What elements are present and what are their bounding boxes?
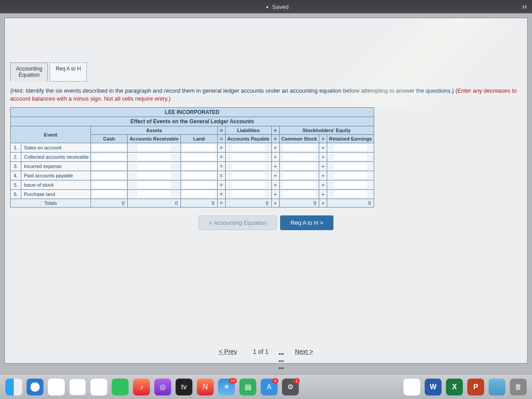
input-ap[interactable] xyxy=(232,145,265,151)
cell-cs[interactable] xyxy=(279,162,319,171)
cell-ap[interactable] xyxy=(225,143,271,153)
input-land[interactable] xyxy=(183,163,215,169)
input-cash[interactable] xyxy=(93,154,125,160)
input-cash[interactable] xyxy=(93,172,125,179)
cell-ar[interactable] xyxy=(128,180,181,190)
cell-cs[interactable] xyxy=(279,180,319,190)
input-cs[interactable] xyxy=(283,154,316,160)
cell-cash[interactable] xyxy=(91,180,128,190)
subnav-prev-button[interactable]: < Accounting Equation xyxy=(199,215,277,230)
cell-re[interactable] xyxy=(327,162,374,171)
dock-downloads-icon[interactable] xyxy=(489,379,505,395)
cell-re[interactable] xyxy=(327,153,374,162)
input-cash[interactable] xyxy=(93,191,125,197)
dock-safari-icon[interactable] xyxy=(27,379,43,395)
tab-accounting-equation[interactable]: Accounting Equation xyxy=(10,63,48,82)
cell-land[interactable] xyxy=(180,171,217,180)
input-ap[interactable] xyxy=(232,163,265,169)
cell-ar[interactable] xyxy=(128,190,181,199)
cell-ap[interactable] xyxy=(225,171,271,180)
input-re[interactable] xyxy=(334,163,367,169)
cell-cash[interactable] xyxy=(91,153,128,162)
dock-excel-icon[interactable]: X xyxy=(446,379,463,395)
dock-news-icon[interactable]: N xyxy=(197,379,214,395)
input-re[interactable] xyxy=(334,154,367,160)
input-ap[interactable] xyxy=(232,182,265,188)
input-land[interactable] xyxy=(183,191,215,197)
input-ar[interactable] xyxy=(137,145,170,151)
row-number: 1. xyxy=(11,143,21,153)
input-ar[interactable] xyxy=(137,182,170,188)
input-land[interactable] xyxy=(183,154,215,160)
input-cash[interactable] xyxy=(93,163,125,169)
cell-land[interactable] xyxy=(180,153,217,162)
input-ar[interactable] xyxy=(137,191,170,197)
cell-cs[interactable] xyxy=(279,190,319,199)
cell-cs[interactable] xyxy=(279,153,319,162)
cell-ar[interactable] xyxy=(128,171,181,180)
input-ar[interactable] xyxy=(137,172,170,179)
cell-re[interactable] xyxy=(327,180,374,190)
input-ap[interactable] xyxy=(232,154,265,160)
input-re[interactable] xyxy=(334,191,367,197)
subnav-next-button[interactable]: Req A to H > xyxy=(280,215,333,230)
input-land[interactable] xyxy=(183,172,215,179)
dock-podcasts-icon[interactable]: ◎ xyxy=(154,379,171,395)
dock-photos-icon[interactable]: ✿ xyxy=(48,379,65,395)
cell-ar[interactable] xyxy=(128,153,181,162)
dock-chrome-icon[interactable]: ◉ xyxy=(403,379,420,395)
cell-ap[interactable] xyxy=(225,190,271,199)
input-ar[interactable] xyxy=(137,163,170,169)
cell-re[interactable] xyxy=(327,143,374,153)
cell-ap[interactable] xyxy=(225,180,271,190)
cell-land[interactable] xyxy=(180,190,217,199)
input-cs[interactable] xyxy=(283,145,316,151)
pager-next[interactable]: Next > xyxy=(295,348,313,355)
input-cs[interactable] xyxy=(283,191,316,197)
dock-finder-icon[interactable] xyxy=(5,379,22,395)
cell-re[interactable] xyxy=(327,190,374,199)
input-ap[interactable] xyxy=(232,172,265,179)
cell-land[interactable] xyxy=(180,162,217,171)
input-cash[interactable] xyxy=(93,182,125,188)
dock-powerpoint-icon[interactable]: P xyxy=(467,379,484,395)
dock-numbers-icon[interactable]: ▤ xyxy=(239,379,256,395)
cell-cash[interactable] xyxy=(91,143,128,153)
input-cs[interactable] xyxy=(283,163,316,169)
dock-appstore-icon[interactable]: A xyxy=(261,379,278,395)
input-ap[interactable] xyxy=(232,191,265,197)
input-land[interactable] xyxy=(183,182,215,188)
cell-ar[interactable] xyxy=(128,162,181,171)
dock-settings-icon[interactable]: ⚙ xyxy=(282,379,299,395)
input-re[interactable] xyxy=(334,172,367,179)
dock-trash-icon[interactable]: 🗑 xyxy=(510,379,527,395)
cell-cash[interactable] xyxy=(91,162,128,171)
input-cs[interactable] xyxy=(283,182,316,188)
input-land[interactable] xyxy=(183,145,215,151)
input-cs[interactable] xyxy=(283,172,316,179)
input-cash[interactable] xyxy=(93,145,125,151)
cell-re[interactable] xyxy=(327,171,374,180)
dock-tv-icon[interactable]: tv xyxy=(176,379,192,395)
cell-cash[interactable] xyxy=(91,190,128,199)
dock-messages-icon[interactable] xyxy=(112,379,129,395)
cell-ap[interactable] xyxy=(225,153,271,162)
cell-cs[interactable] xyxy=(279,171,319,180)
cell-cash[interactable] xyxy=(91,171,128,180)
tab-req-a-to-h[interactable]: Req A to H xyxy=(50,63,86,82)
cell-land[interactable] xyxy=(180,180,217,190)
dock-reminders-icon[interactable] xyxy=(90,379,107,395)
input-re[interactable] xyxy=(334,182,367,188)
cell-ap[interactable] xyxy=(225,162,271,171)
input-re[interactable] xyxy=(334,145,367,151)
input-ar[interactable] xyxy=(137,154,170,160)
pager-grid-icon[interactable] xyxy=(278,349,284,355)
pager-prev[interactable]: < Prev xyxy=(219,348,237,355)
cell-ar[interactable] xyxy=(128,143,181,153)
dock-music-icon[interactable]: ♪ xyxy=(133,379,150,395)
dock-word-icon[interactable]: W xyxy=(425,379,442,395)
dock-calendar-icon[interactable]: 5 xyxy=(69,379,86,395)
cell-land[interactable] xyxy=(180,143,217,153)
dock-weather-icon[interactable]: ☀ xyxy=(218,379,235,395)
cell-cs[interactable] xyxy=(279,143,319,153)
